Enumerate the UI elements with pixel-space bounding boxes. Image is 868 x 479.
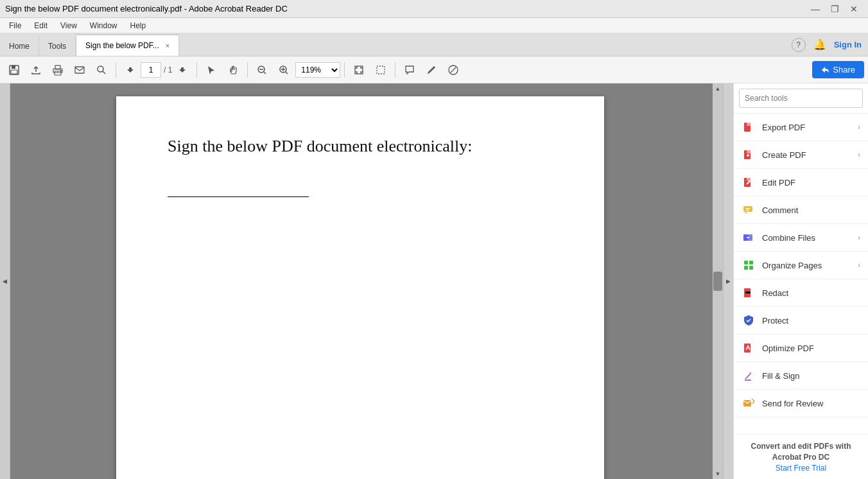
zoom-out-icon bbox=[257, 65, 267, 75]
help-icon[interactable]: ? bbox=[792, 38, 806, 52]
menu-view[interactable]: View bbox=[54, 20, 83, 31]
fit-page-button[interactable] bbox=[349, 60, 369, 80]
svg-rect-2 bbox=[11, 70, 17, 74]
scroll-thumb[interactable] bbox=[713, 272, 722, 291]
tool-item-fill_sign[interactable]: Fill & Sign bbox=[734, 362, 868, 390]
vertical-scrollbar[interactable]: ▲ ▼ bbox=[713, 83, 723, 479]
tool-item-send_review[interactable]: Send for Review bbox=[734, 390, 868, 417]
upload-icon bbox=[30, 64, 42, 76]
svg-rect-1 bbox=[12, 65, 15, 69]
tool-item-edit[interactable]: Edit PDF bbox=[734, 169, 868, 196]
page-total: / 1 bbox=[164, 65, 172, 74]
menu-help[interactable]: Help bbox=[124, 20, 153, 31]
combine-icon bbox=[742, 231, 756, 245]
pdf-page: Sign the below PDF document electronical… bbox=[116, 96, 604, 479]
pdf-scroll-area[interactable]: Sign the below PDF document electronical… bbox=[10, 83, 723, 479]
notifications-icon[interactable]: 🔔 bbox=[811, 36, 829, 54]
scroll-up-button[interactable]: ▲ bbox=[713, 83, 723, 94]
minimize-button[interactable]: — bbox=[806, 3, 824, 15]
tool-item-create[interactable]: Create PDF› bbox=[734, 141, 868, 169]
promo-link[interactable]: Start Free Trial bbox=[776, 464, 826, 473]
print-icon bbox=[52, 64, 64, 76]
comment-tool-button[interactable] bbox=[399, 60, 420, 80]
menu-window[interactable]: Window bbox=[83, 20, 124, 31]
prev-page-button[interactable] bbox=[123, 62, 138, 78]
tool-item-combine[interactable]: Combine Files› bbox=[734, 224, 868, 252]
menu-file[interactable]: File bbox=[3, 20, 28, 31]
save-button[interactable] bbox=[4, 60, 24, 80]
divider-2 bbox=[196, 62, 197, 78]
cursor-tool-button[interactable] bbox=[201, 60, 221, 80]
email-button[interactable] bbox=[69, 60, 90, 80]
chevron-icon-export: › bbox=[858, 123, 860, 132]
tool-item-export[interactable]: Export PDF› bbox=[734, 114, 868, 141]
erase-button[interactable] bbox=[443, 60, 464, 80]
hand-tool-button[interactable] bbox=[223, 60, 243, 80]
restore-button[interactable]: ❐ bbox=[826, 3, 844, 15]
optimize-icon bbox=[742, 341, 756, 355]
search-tools-wrapper bbox=[734, 83, 868, 114]
right-panel-toggle[interactable]: ▶ bbox=[723, 83, 733, 479]
tool-item-comment[interactable]: Comment bbox=[734, 196, 868, 224]
title-text: Sign the below PDF document electronical… bbox=[5, 4, 288, 13]
tab-tools[interactable]: Tools bbox=[39, 37, 76, 56]
tool-label-protect: Protect bbox=[762, 316, 860, 326]
svg-rect-17 bbox=[747, 150, 751, 153]
tab-home-label: Home bbox=[9, 42, 30, 51]
close-button[interactable]: ✕ bbox=[845, 3, 863, 15]
scroll-down-button[interactable]: ▼ bbox=[713, 469, 723, 479]
tool-item-optimize[interactable]: Optimize PDF bbox=[734, 335, 868, 362]
page-navigation: / 1 bbox=[123, 62, 190, 78]
svg-rect-24 bbox=[749, 261, 753, 265]
tool-item-organize[interactable]: Organize Pages› bbox=[734, 252, 868, 279]
svg-rect-26 bbox=[749, 266, 753, 270]
comment-icon bbox=[742, 203, 756, 217]
divider-3 bbox=[247, 62, 248, 78]
zoom-out-button[interactable] bbox=[252, 60, 272, 80]
tab-close-icon[interactable]: × bbox=[166, 42, 169, 49]
sign-in-button[interactable]: Sign In bbox=[834, 40, 862, 49]
svg-rect-28 bbox=[745, 292, 751, 293]
toolbar: / 1 119% 100% 75% 150% 200% bbox=[0, 57, 868, 83]
share-icon bbox=[821, 65, 830, 74]
search-tools-input[interactable] bbox=[739, 89, 863, 108]
promo-text: Convert and edit PDFs with Acrobat Pro D… bbox=[742, 441, 860, 463]
tool-item-redact[interactable]: Redact bbox=[734, 279, 868, 307]
zoom-in-icon bbox=[279, 65, 289, 75]
print-button[interactable] bbox=[48, 60, 68, 80]
menu-edit[interactable]: Edit bbox=[28, 20, 54, 31]
divider-1 bbox=[116, 62, 116, 78]
tool-label-create: Create PDF bbox=[762, 150, 851, 160]
email-icon bbox=[74, 64, 85, 76]
tabbar: Home Tools Sign the below PDF... × ? 🔔 S… bbox=[0, 33, 868, 57]
tab-tools-label: Tools bbox=[48, 42, 66, 51]
fit-page-icon bbox=[353, 64, 365, 76]
save-icon bbox=[8, 64, 20, 76]
svg-rect-7 bbox=[75, 67, 84, 73]
redact-icon bbox=[742, 286, 756, 300]
find-button[interactable] bbox=[91, 60, 112, 80]
upload-button[interactable] bbox=[26, 60, 46, 80]
left-arrow-icon: ◀ bbox=[3, 278, 7, 284]
zoom-selector[interactable]: 119% 100% 75% 150% 200% bbox=[295, 62, 340, 78]
page-number-input[interactable] bbox=[141, 62, 161, 78]
next-page-icon bbox=[178, 66, 186, 74]
export-icon bbox=[742, 120, 756, 134]
signature-line bbox=[168, 196, 309, 197]
marquee-zoom-button[interactable] bbox=[370, 60, 391, 80]
zoom-in-button[interactable] bbox=[273, 60, 294, 80]
tab-home[interactable]: Home bbox=[0, 37, 39, 56]
draw-button[interactable] bbox=[421, 60, 442, 80]
prev-page-icon bbox=[126, 66, 134, 74]
hand-icon bbox=[228, 65, 238, 75]
pdf-viewer: ▲ ▼ Sign the below PDF document electron… bbox=[10, 83, 723, 479]
menubar: File Edit View Window Help bbox=[0, 18, 868, 33]
tool-item-protect[interactable]: Protect bbox=[734, 307, 868, 335]
svg-rect-12 bbox=[377, 66, 385, 74]
chevron-icon-create: › bbox=[858, 150, 860, 159]
left-panel-toggle[interactable]: ◀ bbox=[0, 83, 10, 479]
tab-document[interactable]: Sign the below PDF... × bbox=[76, 34, 179, 56]
share-button[interactable]: Share bbox=[812, 61, 864, 78]
protect-icon bbox=[742, 313, 756, 327]
next-page-button[interactable] bbox=[175, 62, 190, 78]
